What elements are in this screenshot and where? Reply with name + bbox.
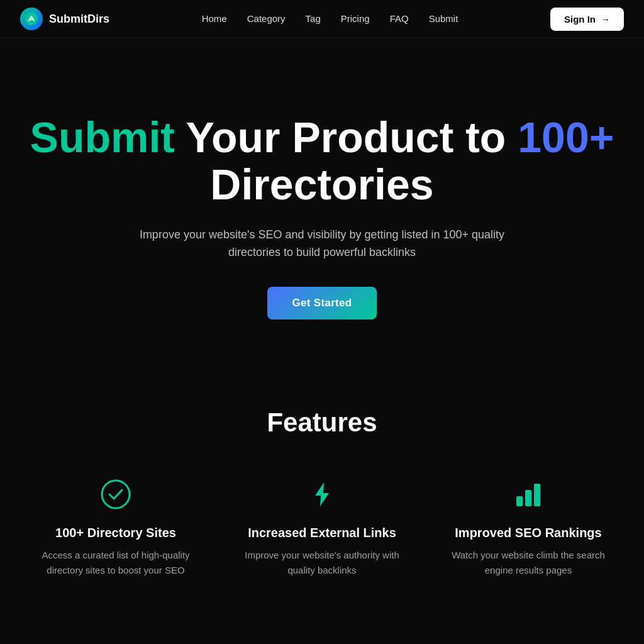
feature-desc-links: Improve your website's authority with qu… bbox=[234, 548, 410, 578]
svg-rect-2 bbox=[516, 496, 523, 506]
hero-subtitle: Improve your website's SEO and visibilit… bbox=[133, 226, 511, 262]
nav-pricing[interactable]: Pricing bbox=[341, 13, 370, 24]
logo-icon bbox=[20, 8, 43, 30]
features-title: Features bbox=[25, 408, 619, 438]
bottom-section: Massive Backlink Growth bbox=[0, 616, 644, 644]
arrow-icon: → bbox=[601, 14, 610, 25]
hero-title-number: 100+ bbox=[518, 113, 614, 161]
check-circle-icon bbox=[97, 475, 135, 513]
nav-links: Home Category Tag Pricing FAQ Submit bbox=[202, 13, 458, 25]
hero-title: Submit Your Product to 100+ Directories bbox=[25, 114, 619, 208]
feature-desc-rankings: Watch your website climb the search engi… bbox=[440, 548, 616, 578]
nav-home[interactable]: Home bbox=[202, 13, 227, 24]
svg-point-0 bbox=[25, 13, 38, 25]
hero-title-submit: Submit bbox=[30, 113, 175, 161]
get-started-button[interactable]: Get Started bbox=[267, 287, 377, 319]
features-section: Features 100+ Directory Sites Access a c… bbox=[0, 370, 644, 616]
feature-card-links: Increased External Links Improve your we… bbox=[231, 475, 413, 578]
feature-name-links: Increased External Links bbox=[248, 526, 396, 540]
feature-name-rankings: Improved SEO Rankings bbox=[455, 526, 601, 540]
svg-rect-4 bbox=[534, 484, 540, 506]
nav-faq[interactable]: FAQ bbox=[390, 13, 409, 24]
features-grid: 100+ Directory Sites Access a curated li… bbox=[25, 475, 619, 578]
sign-in-button[interactable]: Sign In → bbox=[550, 8, 624, 31]
feature-card-rankings: Improved SEO Rankings Watch your website… bbox=[438, 475, 619, 578]
navbar: SubmitDirs Home Category Tag Pricing FAQ… bbox=[0, 0, 644, 38]
brand-name: SubmitDirs bbox=[49, 13, 109, 26]
nav-tag[interactable]: Tag bbox=[306, 13, 321, 24]
nav-submit[interactable]: Submit bbox=[429, 13, 458, 24]
hero-title-directories: Directories bbox=[210, 160, 433, 208]
hero-title-middle: Your Product to bbox=[186, 113, 518, 161]
brand-logo[interactable]: SubmitDirs bbox=[20, 8, 109, 30]
svg-point-1 bbox=[102, 480, 130, 508]
lightning-icon bbox=[303, 475, 341, 513]
bar-chart-icon bbox=[509, 475, 547, 513]
feature-desc-directories: Access a curated list of high-quality di… bbox=[28, 548, 204, 578]
nav-category[interactable]: Category bbox=[247, 13, 286, 24]
feature-card-directories: 100+ Directory Sites Access a curated li… bbox=[25, 475, 206, 578]
svg-rect-3 bbox=[525, 490, 531, 506]
hero-section: Submit Your Product to 100+ Directories … bbox=[0, 38, 644, 370]
feature-name-directories: 100+ Directory Sites bbox=[55, 526, 176, 540]
